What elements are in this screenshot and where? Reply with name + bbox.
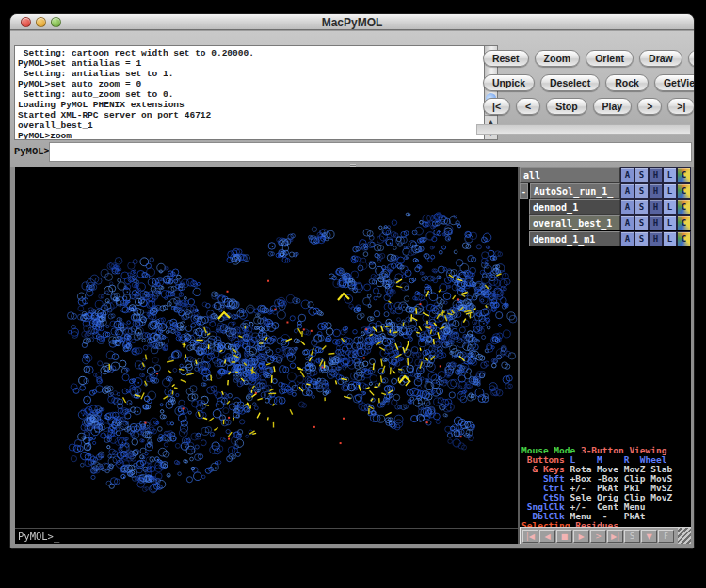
c-menu-button[interactable]: C <box>677 167 691 183</box>
orient-button[interactable]: Orient <box>586 50 634 67</box>
scene-button[interactable]: S <box>624 530 640 543</box>
>-button[interactable]: > <box>637 98 662 115</box>
stop-button[interactable]: Stop <box>546 98 586 115</box>
collapse-icon[interactable]: - <box>520 183 528 199</box>
s-menu-button[interactable]: S <box>634 231 649 246</box>
control-row-3: |<<StopPlay>>|MClear <box>483 98 695 115</box>
console-line: Loading PyMOL PHENIX extensions <box>18 100 484 110</box>
step-back-button[interactable]: ◀ <box>539 530 555 543</box>
unpick-button[interactable]: Unpick <box>483 74 535 91</box>
command-prompt-label: PyMOL> <box>14 146 50 157</box>
object-name-denmod_1_m1[interactable]: denmod_1_m1 <box>529 231 620 246</box>
object-action-buttons: ASHLC <box>620 199 691 215</box>
vcr-controls: |◀◀■▶>▶|S▼F <box>520 527 691 544</box>
mouse-mode-panel: Mouse Mode 3-Button Viewing Buttons L M … <box>521 446 691 540</box>
play-button[interactable]: ▶ <box>573 530 589 543</box>
c-menu-button[interactable]: C <box>677 199 691 215</box>
console-line: overall_best_1 <box>18 120 484 131</box>
object-row: denmod_1_m1ASHLC <box>520 231 691 246</box>
control-row-2: UnpickDeselectRockGetView <box>483 74 695 91</box>
console-line: PyMOL>zoom <box>18 131 484 140</box>
command-input[interactable] <box>49 142 692 162</box>
macpymol-window: MacPyMOL Setting: cartoon_rect_width set… <box>9 13 695 549</box>
h-menu-button[interactable]: H <box>649 199 663 215</box>
a-menu-button[interactable]: A <box>620 231 634 246</box>
object-row: allASHLC <box>520 167 691 183</box>
h-menu-button[interactable]: H <box>649 231 663 246</box>
main-area: PyMOL>_ allASHLC-AutoSol_run_1_ASHLCdenm… <box>10 167 694 548</box>
l-menu-button[interactable]: L <box>663 231 677 246</box>
title-bar[interactable]: MacPyMOL <box>10 14 694 30</box>
s-menu-button[interactable]: S <box>634 183 649 199</box>
object-name-denmod_1[interactable]: denmod_1 <box>529 199 620 215</box>
window-bottom-frame <box>10 544 694 548</box>
console-line: Started XML-RPC server on port 46712 <box>18 110 484 120</box>
console-line: Setting: antialias set to 1. <box>18 69 484 79</box>
object-name-AutoSol_run_1_[interactable]: AutoSol_run_1_ <box>530 183 620 199</box>
rock-button[interactable]: Rock <box>605 74 649 91</box>
a-menu-button[interactable]: A <box>620 183 634 199</box>
upper-chrome: Setting: cartoon_rect_width set to 0.200… <box>10 31 694 167</box>
a-menu-button[interactable]: A <box>620 199 634 215</box>
object-row: -AutoSol_run_1_ASHLC <box>520 183 691 199</box>
object-row: denmod_1ASHLC <box>520 199 691 215</box>
stop-button[interactable]: ■ <box>556 530 572 543</box>
l-menu-button[interactable]: L <box>663 199 677 215</box>
object-action-buttons: ASHLC <box>620 183 691 199</box>
console-line: Setting: auto_zoom set to 0. <box>18 89 484 100</box>
play-button[interactable]: Play <box>593 98 633 115</box>
c-menu-button[interactable]: C <box>677 215 691 230</box>
object-action-buttons: ASHLC <box>620 215 691 230</box>
ray-button[interactable]: Ray <box>688 50 695 67</box>
h-menu-button[interactable]: H <box>649 167 663 183</box>
console-line: PyMOL>set antialias = 1 <box>18 58 484 69</box>
frame-button[interactable]: F <box>658 530 674 543</box>
resize-grip-icon[interactable] <box>678 528 691 544</box>
control-row-1: ResetZoomOrientDrawRay <box>483 50 695 67</box>
reset-button[interactable]: Reset <box>483 50 529 67</box>
draw-button[interactable]: Draw <box>639 50 682 67</box>
feedback-strip <box>476 124 691 135</box>
object-name-all[interactable]: all <box>520 167 620 183</box>
l-menu-button[interactable]: L <box>663 183 677 199</box>
s-menu-button[interactable]: S <box>634 167 649 183</box>
s-menu-button[interactable]: S <box>634 199 649 215</box>
console-line: PyMOL>set auto_zoom = 0 <box>18 79 484 89</box>
rewind-start-button[interactable]: |◀ <box>522 530 538 543</box>
l-menu-button[interactable]: L <box>663 215 677 230</box>
c-menu-button[interactable]: C <box>677 183 691 199</box>
deselect-button[interactable]: Deselect <box>540 74 600 91</box>
object-action-buttons: ASHLC <box>620 167 691 183</box>
viewport-3d[interactable]: PyMOL>_ <box>15 167 518 544</box>
>|-button[interactable]: >| <box>667 98 695 115</box>
forward-end-button[interactable]: ▶| <box>607 530 623 543</box>
record-button[interactable]: ▼ <box>641 530 657 543</box>
object-action-buttons: ASHLC <box>620 231 691 246</box>
zoom-button[interactable]: Zoom <box>535 50 581 67</box>
command-bar: PyMOL> <box>14 142 692 162</box>
getview-button[interactable]: GetView <box>654 74 695 91</box>
c-menu-button[interactable]: C <box>677 231 691 246</box>
h-menu-button[interactable]: H <box>649 215 663 230</box>
|<-button[interactable]: |< <box>483 98 510 115</box>
console-log: Setting: cartoon_rect_width set to 0.200… <box>14 45 484 140</box>
a-menu-button[interactable]: A <box>620 215 634 230</box>
viewport-prompt: PyMOL>_ <box>15 528 518 544</box>
object-panel: allASHLC-AutoSol_run_1_ASHLCdenmod_1ASHL… <box>520 167 691 544</box>
render-region: PyMOL>_ allASHLC-AutoSol_run_1_ASHLCdenm… <box>15 167 691 544</box>
step-forward-button[interactable]: > <box>590 530 606 543</box>
h-menu-button[interactable]: H <box>649 183 663 199</box>
object-name-overall_best_1[interactable]: overall_best_1 <box>529 215 620 230</box>
console-line: Setting: cartoon_rect_width set to 0.200… <box>18 48 484 58</box>
l-menu-button[interactable]: L <box>663 167 677 183</box>
a-menu-button[interactable]: A <box>620 167 634 183</box>
molecule-canvas[interactable] <box>15 167 518 544</box>
object-row: overall_best_1ASHLC <box>520 215 691 230</box>
<-button[interactable]: < <box>516 98 540 115</box>
s-menu-button[interactable]: S <box>634 215 649 230</box>
window-title: MacPyMOL <box>10 16 694 29</box>
